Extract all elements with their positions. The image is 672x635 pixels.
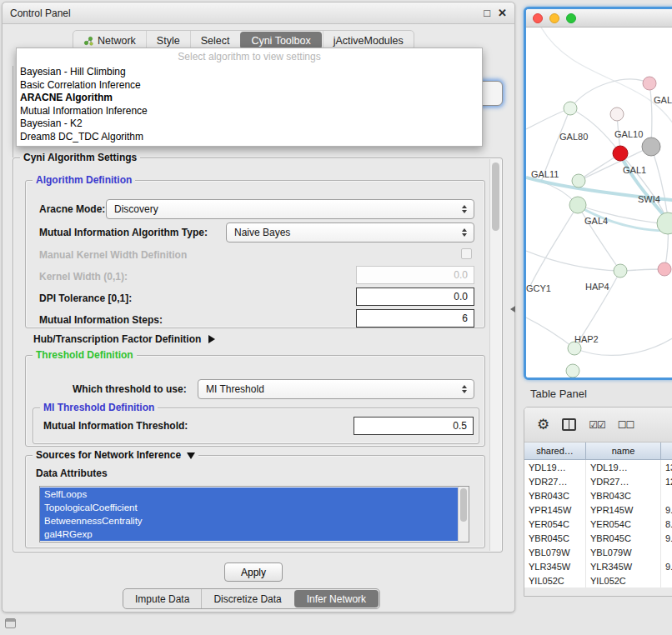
network-node[interactable]: [564, 102, 577, 115]
mi-steps-value: 6: [462, 312, 468, 324]
close-window-icon[interactable]: ✕: [498, 8, 507, 18]
table-cell: YBL079W: [524, 545, 586, 559]
bottom-tab-impute-data[interactable]: Impute Data: [123, 589, 201, 608]
table-cell: 13: [661, 460, 672, 474]
manual-kernel-checkbox[interactable]: [461, 248, 472, 259]
algorithm-definition-title: Algorithm Definition: [33, 174, 135, 186]
network-node[interactable]: [613, 146, 628, 161]
deselect-all-icon[interactable]: ☐☐: [618, 420, 634, 430]
control-panel-titlebar: Control Panel □ ✕: [3, 2, 514, 24]
which-threshold-label: Which threshold to use:: [73, 383, 187, 395]
threshold-definition-group: Threshold Definition Which threshold to …: [25, 355, 485, 447]
sources-group-title[interactable]: Sources for Network Inference: [33, 449, 198, 461]
hub-definition-section[interactable]: Hub/Transcription Factor Definition: [33, 333, 215, 345]
table-row[interactable]: YPR145WYPR145W9.: [524, 502, 672, 517]
network-node[interactable]: [658, 262, 671, 276]
control-panel-window: Control Panel □ ✕ NetworkStyleSelectCyni…: [2, 2, 515, 612]
attribute-item[interactable]: TopologicalCoefficient: [40, 501, 458, 514]
mi-threshold-field[interactable]: 0.5: [354, 417, 474, 435]
bottom-tab-discretize-data[interactable]: Discretize Data: [201, 589, 293, 608]
table-row[interactable]: YLR345WYLR345W9.: [524, 559, 672, 573]
table-cell: 8.: [661, 517, 672, 531]
which-threshold-combo[interactable]: MI Threshold: [198, 379, 474, 399]
mi-type-label: Mutual Information Algorithm Type:: [39, 227, 208, 238]
zoom-traffic-light-icon[interactable]: [566, 13, 576, 23]
table-row[interactable]: YDL19…YDL19…13: [524, 460, 672, 474]
network-window-titlebar[interactable]: [526, 9, 672, 28]
table-row[interactable]: YBL079WYBL079W: [524, 545, 672, 559]
scrollbar-thumb[interactable]: [492, 162, 499, 231]
select-all-icon[interactable]: ☑☑: [589, 420, 605, 430]
attribute-list-scrollbar[interactable]: [458, 487, 469, 542]
dropdown-item[interactable]: Basic Correlation Inference: [17, 79, 482, 92]
cyni-settings-group: Cyni Algorithm Settings Algorithm Defini…: [13, 158, 503, 552]
column-header[interactable]: shared…: [524, 442, 586, 460]
table-panel-title: Table Panel: [530, 388, 587, 400]
table-row[interactable]: YBR045CYBR045C9.: [524, 531, 672, 545]
network-edge[interactable]: [529, 205, 578, 288]
scrollbar-thumb[interactable]: [460, 488, 467, 522]
float-window-icon[interactable]: □: [484, 8, 490, 18]
columns-icon[interactable]: [562, 418, 576, 431]
kernel-width-field: 0.0: [356, 266, 474, 284]
dropdown-item[interactable]: Bayesian - Hill Climbing: [17, 66, 482, 79]
network-node[interactable]: [572, 174, 585, 188]
panel-dock-icon[interactable]: [5, 618, 16, 628]
minimize-traffic-light-icon[interactable]: [549, 13, 559, 23]
table-cell: 9.: [661, 559, 672, 573]
table-row[interactable]: YER054CYER054C8.: [524, 517, 672, 531]
dpi-tolerance-field[interactable]: 0.0: [356, 288, 474, 306]
table-row[interactable]: YBR043CYBR043C: [524, 488, 672, 502]
settings-scrollbar[interactable]: [489, 159, 501, 551]
network-edge[interactable]: [570, 79, 649, 108]
close-traffic-light-icon[interactable]: [533, 13, 543, 23]
table-row[interactable]: YDR27…YDR27…12: [524, 474, 672, 488]
network-node[interactable]: [566, 364, 579, 378]
network-node[interactable]: [643, 77, 656, 90]
splitter-collapse-icon[interactable]: [510, 306, 515, 312]
network-canvas[interactable]: GALGAL80GAL10GAL11GAL1SWI4GAL4GCY1HAP4HA…: [526, 28, 672, 378]
network-edge[interactable]: [651, 147, 668, 218]
mi-steps-label: Mutual Information Steps:: [39, 314, 163, 326]
attribute-item[interactable]: BetweennessCentrality: [40, 514, 458, 528]
dropdown-item[interactable]: ARACNE Algorithm: [17, 92, 482, 105]
dropdown-item[interactable]: Mutual Information Inference: [17, 105, 482, 118]
mi-threshold-value: 0.5: [453, 420, 467, 432]
network-node[interactable]: [614, 264, 627, 278]
hidden-group-border: [13, 66, 13, 158]
data-attributes-list[interactable]: SelfLoopsTopologicalCoefficientBetweenne…: [39, 486, 469, 542]
tab-cyni-toolbox[interactable]: Cyni Toolbox: [240, 32, 321, 49]
attribute-item[interactable]: gal4RGexp: [40, 528, 458, 541]
network-node[interactable]: [610, 108, 624, 121]
column-header[interactable]: name: [586, 442, 661, 460]
dropdown-item[interactable]: Dream8 DC_TDC Algorithm: [17, 131, 482, 144]
network-node[interactable]: [642, 138, 660, 156]
gear-icon[interactable]: ⚙: [537, 418, 549, 432]
expand-expanded-icon[interactable]: [187, 452, 195, 459]
expand-collapsed-icon[interactable]: [208, 335, 215, 343]
attribute-item[interactable]: SelfLoops: [40, 488, 458, 501]
aracne-mode-label: Aracne Mode:: [39, 203, 105, 215]
apply-button[interactable]: Apply: [224, 562, 283, 582]
table-header: shared…name: [524, 442, 672, 460]
dropdown-items: Bayesian - Hill ClimbingBasic Correlatio…: [17, 66, 482, 143]
algorithm-definition-group: Algorithm Definition Aracne Mode: Discov…: [25, 180, 485, 328]
column-header[interactable]: [661, 442, 672, 460]
network-edge[interactable]: [526, 318, 574, 348]
table-row[interactable]: YIL052CYIL052C: [524, 573, 672, 588]
mi-steps-field[interactable]: 6: [356, 309, 474, 328]
table-cell: YPR145W: [586, 502, 661, 517]
hub-definition-label: Hub/Transcription Factor Definition: [33, 333, 201, 345]
table-cell: YDR27…: [524, 474, 586, 488]
table-cell: YDL19…: [524, 460, 586, 474]
mi-type-combo[interactable]: Naive Bayes: [226, 222, 474, 242]
network-graph[interactable]: GALGAL80GAL10GAL11GAL1SWI4GAL4GCY1HAP4HA…: [526, 28, 672, 378]
aracne-mode-combo[interactable]: Discovery: [106, 199, 474, 219]
dropdown-item[interactable]: Bayesian - K2: [17, 118, 482, 131]
table-cell: YPR145W: [524, 502, 586, 517]
settings-group-title: Cyni Algorithm Settings: [20, 152, 140, 163]
table-cell: [661, 545, 672, 559]
table-cell: YER054C: [586, 517, 661, 531]
network-node[interactable]: [569, 197, 586, 213]
bottom-tab-infer-network[interactable]: Infer Network: [294, 590, 379, 608]
